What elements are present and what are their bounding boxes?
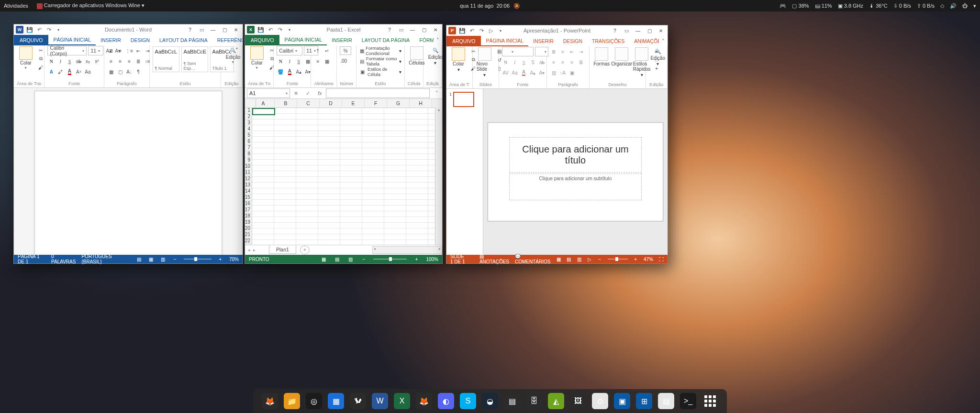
align-center-icon[interactable]: ≡ [559,58,567,66]
ribbon-tab[interactable]: PÁGINA INICIAL [48,35,96,45]
qat-dropdown-icon[interactable]: ▾ [55,26,62,33]
multilevel-icon[interactable]: ⋮≡ [125,47,133,54]
discord-tray-icon[interactable]: 🎮 [780,3,786,9]
dock-files-icon[interactable]: 📁 [284,393,300,409]
zoom-in-icon[interactable]: + [634,256,638,262]
row-header[interactable]: 20 [245,226,252,232]
dock-dbeaver-icon[interactable]: 🐿 [350,393,366,409]
zoom-level[interactable]: 70% [229,257,239,262]
net-down-indicator[interactable]: ⇩ 0 B/s [893,3,911,9]
font-name-select[interactable]: Calibri (Corpo)▾ [47,46,87,55]
cancel-icon[interactable]: ✕ [290,90,302,97]
row-header[interactable]: 5 [245,132,252,139]
vertical-scrollbar[interactable]: ▴ [435,108,442,245]
dock-nvidia-icon[interactable]: ◭ [548,393,564,409]
zoom-in-icon[interactable]: + [412,256,420,262]
arrange-button[interactable]: Organizar [612,47,631,66]
undo-icon[interactable]: ↶ [468,27,475,34]
sheet-nav-first-icon[interactable]: ◂ [248,248,250,252]
zoom-level[interactable]: 100% [426,257,438,262]
align-top-icon[interactable]: ⤒ [314,47,322,54]
dock-terminal-icon[interactable]: >_ [680,393,696,409]
normal-view-icon[interactable]: ▦ [320,256,327,262]
row-header[interactable]: 6 [245,139,252,145]
strike-icon[interactable]: ab̶ [538,58,546,66]
close-button[interactable]: ✕ [231,26,241,33]
row-header[interactable]: 16 [245,201,252,207]
bullets-icon[interactable]: ≣ [107,47,115,54]
font-color-icon[interactable]: A [520,69,528,76]
row-header[interactable]: 10 [245,163,252,170]
bold-icon[interactable]: N [277,57,284,65]
power-icon[interactable]: ⏻ [962,3,968,9]
wrap-text-icon[interactable]: ↵ [323,47,331,54]
row-header[interactable]: 7 [245,145,252,151]
cut-icon[interactable]: ✂ [37,46,45,54]
row-header[interactable]: 2 [245,114,252,120]
minimize-button[interactable]: — [408,26,417,33]
help-icon[interactable]: ? [385,26,394,33]
paste-button[interactable]: Colar ▾ [449,47,468,72]
ribbon-tab[interactable]: LAYOUT DA PÁGINA [357,35,415,45]
print-layout-icon[interactable]: ▦ [148,256,154,262]
align-right-icon[interactable]: ≡ [568,58,576,66]
save-icon[interactable]: 💾 [26,26,33,33]
help-icon[interactable]: ? [610,27,620,34]
italic-icon[interactable]: I [56,57,64,65]
strike-icon[interactable]: ab̶ [75,57,82,65]
subscript-icon[interactable]: x₂ [84,57,91,65]
change-case-icon[interactable]: Aa [511,69,519,76]
system-menu-caret[interactable]: ▾ [973,3,976,9]
qat-dropdown-icon[interactable]: ▾ [286,26,293,33]
format-painter-icon[interactable]: 🖌 [37,64,45,71]
ribbon-tab[interactable]: FÓRMULAS [414,35,434,45]
row-header[interactable]: 22 [245,238,252,244]
show-applications-icon[interactable] [702,393,718,409]
web-layout-icon[interactable]: ▥ [160,256,166,262]
underline-icon[interactable]: S [295,57,302,65]
underline-icon[interactable]: S [66,57,73,65]
collapse-ribbon-icon[interactable]: ˄ [659,36,668,46]
file-tab[interactable]: ARQUIVO [446,36,481,46]
columns-icon[interactable]: ▥ [550,69,557,76]
save-icon[interactable]: 💾 [257,26,264,33]
zoom-in-icon[interactable]: + [217,256,223,262]
outdent-icon[interactable]: ⇤ [568,48,576,55]
ribbon-options-icon[interactable]: ▭ [622,27,631,34]
row-header[interactable]: 9 [245,157,252,163]
slide-canvas[interactable]: Clique para adicionar um título Clique p… [488,122,663,221]
slide-thumbnails[interactable]: 1 [446,89,483,255]
zoom-out-icon[interactable]: − [172,256,178,262]
page-indicator[interactable]: PÁGINA 1 DE 1 [18,254,45,264]
column-header[interactable]: G [387,99,410,108]
font-color-icon[interactable]: A [66,68,73,76]
page[interactable] [34,91,222,255]
fx-icon[interactable]: fx [314,90,326,96]
cpu-indicator[interactable]: ▣ 3.8 GHz [838,3,863,9]
paste-button[interactable]: Colar ▾ [248,46,266,70]
help-icon[interactable]: ? [185,26,195,33]
ribbon-tab[interactable]: LAYOUT DA PÁGINA [155,35,212,45]
title-placeholder[interactable]: Clique para adicionar um título [509,137,642,173]
dock-virtualbox-icon[interactable]: ▣ [614,393,630,409]
ribbon-tab[interactable]: PÁGINA INICIAL [481,36,528,46]
disk-indicator[interactable]: 🖴 11% [815,3,832,9]
italic-icon[interactable]: I [511,58,519,66]
dock-kdenlive-icon[interactable]: ▤ [504,393,520,409]
align-right-icon[interactable]: ≡ [125,57,133,65]
justify-icon[interactable]: ≣ [134,57,142,65]
grow-font-icon[interactable]: A▴ [529,69,537,76]
numbering-icon[interactable]: ≡ [116,47,124,54]
ribbon-options-icon[interactable]: ▭ [396,26,406,33]
borders-icon[interactable]: ▢ [116,68,124,76]
clear-format-icon[interactable]: Aᵡ [75,68,82,76]
ribbon-tab[interactable]: INSERIR [528,36,558,46]
column-header[interactable]: E [342,99,365,108]
sheet-nav-last-icon[interactable]: ▸ [253,248,256,252]
slideshow-view-icon[interactable]: ▷ [587,256,592,262]
temperature-indicator[interactable]: 🌡 36°C [869,3,888,9]
dock-windows-icon[interactable]: ⊞ [636,393,652,409]
normal-view-icon[interactable]: ▦ [556,256,561,262]
editing-button[interactable]: 🔍 Edição ▾ [224,46,242,64]
shapes-button[interactable]: Formas [592,47,611,66]
